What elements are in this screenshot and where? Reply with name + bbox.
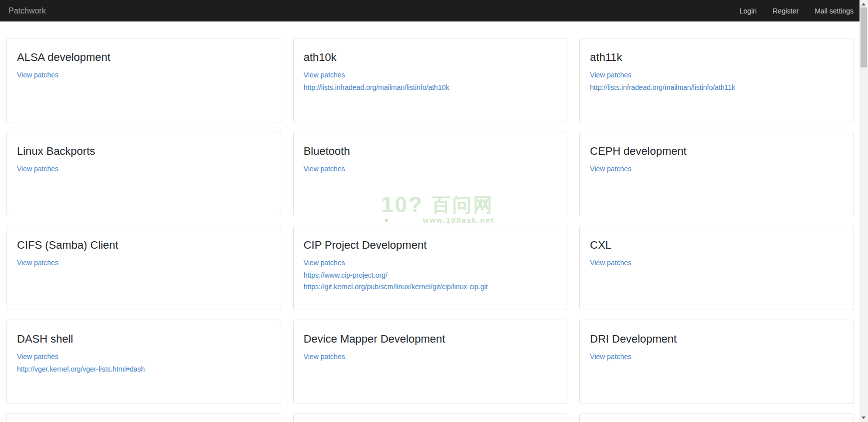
project-card: Bluetooth View patches bbox=[293, 132, 568, 216]
project-card-partial bbox=[579, 414, 854, 422]
project-title: ath10k bbox=[304, 51, 557, 64]
view-patches-link[interactable]: View patches bbox=[17, 353, 271, 361]
register-link[interactable]: Register bbox=[773, 7, 799, 15]
project-title: CXL bbox=[590, 239, 844, 252]
project-title: DASH shell bbox=[17, 333, 271, 346]
project-card: CXL View patches bbox=[579, 226, 854, 310]
project-card: DRI Development View patches bbox=[579, 320, 854, 404]
view-patches-link[interactable]: View patches bbox=[17, 259, 271, 267]
scroll-up-icon[interactable] bbox=[862, 3, 866, 5]
login-link[interactable]: Login bbox=[740, 7, 757, 15]
project-title: Linux Backports bbox=[17, 145, 271, 158]
scrollbar-thumb[interactable] bbox=[861, 7, 867, 67]
project-card: ALSA development View patches bbox=[6, 38, 281, 122]
navbar-links: Login Register Mail settings bbox=[740, 7, 854, 15]
view-patches-link[interactable]: View patches bbox=[590, 165, 844, 173]
view-patches-link[interactable]: View patches bbox=[304, 353, 557, 361]
project-website-link[interactable]: https://www.cip-project.org/ bbox=[304, 271, 557, 279]
mail-settings-link[interactable]: Mail settings bbox=[815, 7, 854, 15]
brand-link[interactable]: Patchwork bbox=[8, 6, 46, 15]
view-patches-link[interactable]: View patches bbox=[590, 71, 844, 79]
project-title: ALSA development bbox=[17, 51, 271, 64]
project-card: Linux Backports View patches bbox=[6, 132, 281, 216]
project-website-link[interactable]: http://vger.kernel.org/vger-lists.html#d… bbox=[17, 365, 271, 373]
project-website-link[interactable]: http://lists.infradead.org/mailman/listi… bbox=[304, 83, 557, 91]
project-title: Bluetooth bbox=[304, 145, 557, 158]
project-card: ath10k View patches http://lists.infrade… bbox=[293, 38, 568, 122]
project-title: ath11k bbox=[590, 51, 844, 64]
view-patches-link[interactable]: View patches bbox=[590, 353, 844, 361]
project-card: ath11k View patches http://lists.infrade… bbox=[579, 38, 854, 122]
project-title: CEPH development bbox=[590, 145, 844, 158]
view-patches-link[interactable]: View patches bbox=[590, 259, 844, 267]
project-card-partial bbox=[6, 414, 281, 422]
project-card: CIFS (Samba) Client View patches bbox=[6, 226, 281, 310]
view-patches-link[interactable]: View patches bbox=[304, 165, 557, 173]
project-card: DASH shell View patches http://vger.kern… bbox=[6, 320, 281, 404]
project-card-partial bbox=[293, 414, 568, 422]
navbar: Patchwork Login Register Mail settings bbox=[0, 0, 860, 21]
project-website-link[interactable]: https://git.kernel.org/pub/scm/linux/ker… bbox=[304, 283, 557, 291]
view-patches-link[interactable]: View patches bbox=[304, 259, 557, 267]
view-patches-link[interactable]: View patches bbox=[17, 71, 271, 79]
project-website-link[interactable]: http://lists.infradead.org/mailman/listi… bbox=[590, 83, 844, 91]
view-patches-link[interactable]: View patches bbox=[17, 165, 271, 173]
project-title: CIP Project Development bbox=[304, 239, 557, 252]
project-card: CIP Project Development View patches htt… bbox=[293, 226, 568, 310]
project-card: CEPH development View patches bbox=[579, 132, 854, 216]
project-title: CIFS (Samba) Client bbox=[17, 239, 271, 252]
project-title: DRI Development bbox=[590, 333, 844, 346]
scroll-down-icon[interactable] bbox=[862, 417, 866, 419]
project-card: Device Mapper Development View patches bbox=[293, 320, 568, 404]
view-patches-link[interactable]: View patches bbox=[304, 71, 557, 79]
scrollbar[interactable] bbox=[860, 0, 868, 422]
project-grid: ALSA development View patches ath10k Vie… bbox=[6, 38, 854, 422]
project-title: Device Mapper Development bbox=[304, 333, 557, 346]
